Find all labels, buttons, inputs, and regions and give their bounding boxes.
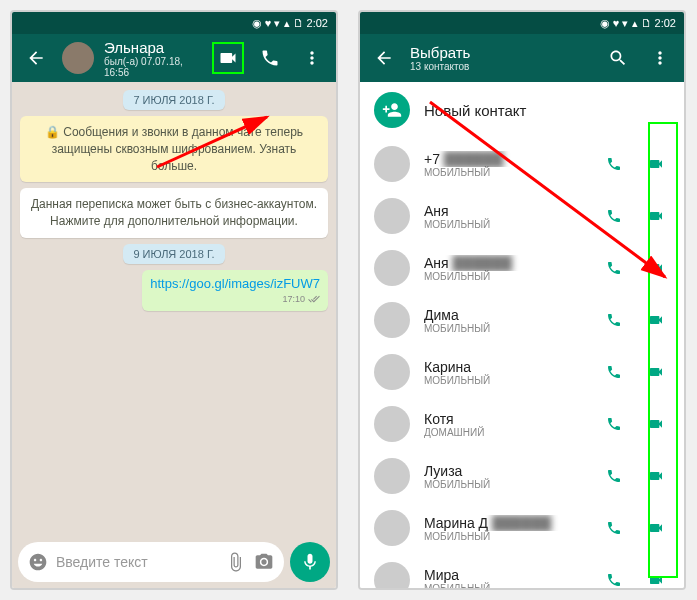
- contact-name: Аня ██████: [424, 255, 586, 271]
- video-call-contact-button[interactable]: [642, 208, 670, 224]
- picker-title-block: Выбрать 13 контактов: [410, 44, 592, 72]
- contact-name: Мира: [424, 567, 586, 583]
- message-meta: 17:10: [150, 293, 320, 305]
- add-contact-icon: [374, 92, 410, 128]
- voice-call-contact-button[interactable]: [600, 416, 628, 432]
- contact-info: Котя ДОМАШНИЙ: [424, 411, 586, 438]
- status-icons: ◉ ♥ ▾ ▴ 🗋: [252, 17, 304, 30]
- contact-type: МОБИЛЬНЫЙ: [424, 167, 586, 178]
- voice-call-button[interactable]: [254, 42, 286, 74]
- date-divider-1: 7 ИЮЛЯ 2018 Г.: [123, 90, 224, 110]
- contact-picker-screen: ◉ ♥ ▾ ▴ 🗋 2:02 Выбрать 13 контактов Новы…: [358, 10, 686, 590]
- status-time: 2:02: [307, 17, 328, 29]
- status-time-2: 2:02: [655, 17, 676, 29]
- contact-name: Марина Д ██████: [424, 515, 586, 531]
- voice-call-contact-button[interactable]: [600, 364, 628, 380]
- video-call-contact-button[interactable]: [642, 260, 670, 276]
- contact-type: МОБИЛЬНЫЙ: [424, 531, 586, 542]
- video-call-contact-button[interactable]: [642, 156, 670, 172]
- contact-avatar[interactable]: [62, 42, 94, 74]
- voice-call-contact-button[interactable]: [600, 260, 628, 276]
- contact-avatar: [374, 406, 410, 442]
- search-button[interactable]: [602, 42, 634, 74]
- chat-app-bar: Эльнара был(-а) 07.07.18, 16:56: [12, 34, 336, 82]
- voice-call-contact-button[interactable]: [600, 468, 628, 484]
- business-notice[interactable]: Данная переписка может быть с бизнес-акк…: [20, 188, 328, 238]
- attach-icon[interactable]: [226, 552, 246, 572]
- contact-name: Аня: [424, 203, 586, 219]
- more-menu-button[interactable]: [296, 42, 328, 74]
- contact-type: МОБИЛЬНЫЙ: [424, 271, 586, 282]
- contact-avatar: [374, 302, 410, 338]
- message-input[interactable]: Введите текст: [18, 542, 284, 582]
- camera-icon[interactable]: [254, 552, 274, 572]
- new-contact-row[interactable]: Новый контакт: [360, 82, 684, 138]
- status-icons-2: ◉ ♥ ▾ ▴ 🗋: [600, 17, 652, 30]
- back-button-2[interactable]: [368, 42, 400, 74]
- contact-type: МОБИЛЬНЫЙ: [424, 219, 586, 230]
- voice-call-contact-button[interactable]: [600, 208, 628, 224]
- new-contact-label: Новый контакт: [424, 102, 526, 119]
- picker-app-bar: Выбрать 13 контактов: [360, 34, 684, 82]
- video-call-contact-button[interactable]: [642, 468, 670, 484]
- contact-name: Эльнара: [104, 39, 202, 56]
- back-button[interactable]: [20, 42, 52, 74]
- status-bar-2: ◉ ♥ ▾ ▴ 🗋 2:02: [360, 12, 684, 34]
- contact-type: МОБИЛЬНЫЙ: [424, 323, 586, 334]
- contact-name: +7 ██████: [424, 151, 586, 167]
- encryption-notice[interactable]: 🔒 Сообщения и звонки в данном чате тепер…: [20, 116, 328, 182]
- video-call-contact-button[interactable]: [642, 520, 670, 536]
- contact-avatar: [374, 250, 410, 286]
- outgoing-message[interactable]: https://goo.gl/images/izFUW7 17:10: [142, 270, 328, 311]
- voice-call-contact-button[interactable]: [600, 572, 628, 588]
- contact-info: Мира МОБИЛЬНЫЙ: [424, 567, 586, 589]
- video-call-button[interactable]: [212, 42, 244, 74]
- contact-info: Марина Д ██████ МОБИЛЬНЫЙ: [424, 515, 586, 542]
- contact-name: Дима: [424, 307, 586, 323]
- contact-avatar: [374, 562, 410, 588]
- contact-avatar: [374, 146, 410, 182]
- last-seen: был(-а) 07.07.18, 16:56: [104, 56, 202, 78]
- contact-row[interactable]: Аня МОБИЛЬНЫЙ: [360, 190, 684, 242]
- contact-list[interactable]: Новый контакт +7 ██████ МОБИЛЬНЫЙ Аня МО…: [360, 82, 684, 588]
- contact-name: Котя: [424, 411, 586, 427]
- message-link: https://goo.gl/images/izFUW7: [150, 276, 320, 291]
- contact-type: МОБИЛЬНЫЙ: [424, 583, 586, 589]
- contact-info: +7 ██████ МОБИЛЬНЫЙ: [424, 151, 586, 178]
- contact-avatar: [374, 458, 410, 494]
- date-divider-2: 9 ИЮЛЯ 2018 Г.: [123, 244, 224, 264]
- contact-info: Аня МОБИЛЬНЫЙ: [424, 203, 586, 230]
- contact-title-block[interactable]: Эльнара был(-а) 07.07.18, 16:56: [104, 39, 202, 78]
- more-menu-button-2[interactable]: [644, 42, 676, 74]
- emoji-icon[interactable]: [28, 552, 48, 572]
- contact-type: ДОМАШНИЙ: [424, 427, 586, 438]
- contact-type: МОБИЛЬНЫЙ: [424, 479, 586, 490]
- chat-screen: ◉ ♥ ▾ ▴ 🗋 2:02 Эльнара был(-а) 07.07.18,…: [10, 10, 338, 590]
- contact-row[interactable]: Аня ██████ МОБИЛЬНЫЙ: [360, 242, 684, 294]
- contact-row[interactable]: Луиза МОБИЛЬНЫЙ: [360, 450, 684, 502]
- contact-name: Карина: [424, 359, 586, 375]
- contact-type: МОБИЛЬНЫЙ: [424, 375, 586, 386]
- mic-button[interactable]: [290, 542, 330, 582]
- contact-row[interactable]: Котя ДОМАШНИЙ: [360, 398, 684, 450]
- contact-avatar: [374, 510, 410, 546]
- video-call-contact-button[interactable]: [642, 364, 670, 380]
- video-call-contact-button[interactable]: [642, 312, 670, 328]
- voice-call-contact-button[interactable]: [600, 520, 628, 536]
- contact-row[interactable]: Карина МОБИЛЬНЫЙ: [360, 346, 684, 398]
- status-bar: ◉ ♥ ▾ ▴ 🗋 2:02: [12, 12, 336, 34]
- voice-call-contact-button[interactable]: [600, 156, 628, 172]
- contact-row[interactable]: Дима МОБИЛЬНЫЙ: [360, 294, 684, 346]
- video-call-contact-button[interactable]: [642, 416, 670, 432]
- contact-row[interactable]: Марина Д ██████ МОБИЛЬНЫЙ: [360, 502, 684, 554]
- contact-row[interactable]: Мира МОБИЛЬНЫЙ: [360, 554, 684, 588]
- contact-row[interactable]: +7 ██████ МОБИЛЬНЫЙ: [360, 138, 684, 190]
- contact-name: Луиза: [424, 463, 586, 479]
- picker-title: Выбрать: [410, 44, 592, 61]
- contact-info: Дима МОБИЛЬНЫЙ: [424, 307, 586, 334]
- chat-messages: 7 ИЮЛЯ 2018 Г. 🔒 Сообщения и звонки в да…: [12, 82, 336, 536]
- contact-info: Луиза МОБИЛЬНЫЙ: [424, 463, 586, 490]
- video-call-contact-button[interactable]: [642, 572, 670, 588]
- voice-call-contact-button[interactable]: [600, 312, 628, 328]
- contact-info: Аня ██████ МОБИЛЬНЫЙ: [424, 255, 586, 282]
